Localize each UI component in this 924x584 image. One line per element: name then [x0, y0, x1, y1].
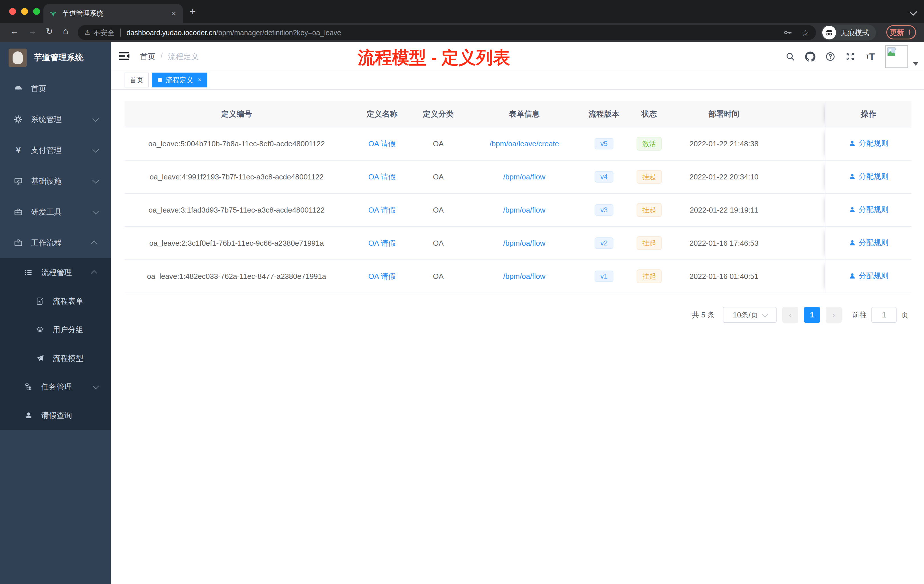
tab-close-icon[interactable]: × [171, 9, 177, 18]
pagination: 共 5 条 10条/页 ‹ 1 › 前往 1 页 [125, 307, 909, 323]
assign-rule-button[interactable]: 分配规则 [848, 172, 889, 181]
col-header-category: 定义分类 [416, 101, 461, 127]
goto-page-input[interactable]: 1 [871, 307, 897, 323]
assign-rule-button[interactable]: 分配规则 [848, 138, 889, 148]
browser-menu-dots-icon[interactable]: ⋮ [906, 28, 912, 36]
sidebar-item-label: 流程表单 [53, 296, 83, 306]
tag-home[interactable]: 首页 [125, 73, 148, 87]
sidebar-item-payment[interactable]: ¥ 支付管理 [0, 135, 111, 166]
font-size-icon[interactable]: TT [865, 51, 875, 62]
sidebar: 芋道管理系统 首页 系统管理 ¥ 支付管理 基础设施 [0, 42, 111, 584]
sidebar-item-leave-query[interactable]: 请假查询 [0, 401, 111, 430]
new-tab-button[interactable]: + [190, 7, 196, 16]
table-header-row: 定义编号 定义名称 定义分类 表单信息 流程版本 状态 部署时间 操作 [125, 101, 911, 127]
form-link[interactable]: /bpm/oa/flow [503, 239, 545, 247]
key-icon[interactable] [783, 28, 792, 37]
tag-close-icon[interactable]: × [198, 76, 201, 84]
window-minimize-button[interactable] [21, 8, 28, 15]
assign-rule-label: 分配规则 [859, 205, 889, 214]
definition-name-link[interactable]: OA 请假 [368, 239, 396, 247]
avatar[interactable] [885, 45, 908, 68]
cell-definition-id: oa_leave:3:1fad3d93-7b75-11ec-a3c8-acde4… [125, 193, 348, 226]
form-link[interactable]: /bpm/oa/flow [503, 173, 545, 181]
user-icon [848, 140, 856, 147]
browser-update-button[interactable]: 更新 ⋮ [886, 25, 916, 40]
chevron-down-icon [92, 115, 99, 122]
search-icon[interactable] [785, 51, 795, 62]
sidebar-item-home[interactable]: 首页 [0, 73, 111, 104]
warning-icon: ⚠ [84, 29, 90, 36]
version-tag: v1 [594, 271, 613, 282]
goto-label: 前往 [852, 310, 867, 320]
definition-name-link[interactable]: OA 请假 [368, 139, 396, 148]
assign-rule-button[interactable]: 分配规则 [848, 238, 889, 248]
sidebar-item-user-group[interactable]: 用户分组 [0, 315, 111, 344]
address-bar[interactable]: ⚠ 不安全 dashboard.yudao.iocoder.cn/bpm/man… [78, 25, 816, 40]
sidebar-item-dev-tools[interactable]: 研发工具 [0, 196, 111, 228]
status-tag: 挂起 [637, 236, 662, 250]
status-tag: 激活 [637, 137, 662, 150]
back-icon[interactable]: ← [10, 26, 19, 36]
status-tag: 挂起 [637, 203, 662, 217]
form-link[interactable]: /bpm/oa/flow [503, 206, 545, 214]
page-size-value: 10条/页 [733, 310, 758, 320]
github-icon[interactable] [805, 51, 815, 62]
avatar-dropdown-caret-icon[interactable] [913, 62, 918, 66]
definition-name-link[interactable]: OA 请假 [368, 173, 396, 181]
assign-rule-button[interactable]: 分配规则 [848, 271, 889, 281]
workflow-submenu: 流程管理 流程表单 用户分组 流程模型 [0, 258, 111, 430]
paper-plane-icon [35, 354, 45, 363]
prev-page-button[interactable]: ‹ [782, 307, 798, 323]
version-tag: v2 [594, 238, 613, 249]
sidebar-item-workflow[interactable]: 工作流程 [0, 228, 111, 258]
cell-filler [770, 160, 825, 193]
col-header-action: 操作 [825, 101, 911, 127]
table-row: oa_leave:2:3c1f0ef1-76b1-11ec-9c66-a2380… [125, 226, 911, 260]
app-navbar: 首页 / 流程定义 流程模型 - 定义列表 TT [111, 42, 924, 71]
breadcrumb-home[interactable]: 首页 [140, 51, 155, 62]
cell-filler [770, 127, 825, 160]
help-icon[interactable] [825, 51, 835, 62]
cell-filler [770, 193, 825, 226]
chevron-up-icon [91, 270, 97, 277]
security-warning[interactable]: ⚠ 不安全 [84, 28, 115, 38]
next-page-button[interactable]: › [826, 307, 842, 323]
assign-rule-button[interactable]: 分配规则 [848, 205, 889, 214]
assign-rule-label: 分配规则 [859, 138, 889, 148]
sidebar-item-label: 首页 [31, 83, 46, 94]
user-icon [24, 411, 33, 420]
sidebar-item-process-management[interactable]: 流程管理 [0, 258, 111, 287]
forward-icon[interactable]: → [28, 26, 36, 36]
sidebar-item-process-model[interactable]: 流程模型 [0, 344, 111, 373]
sidebar-item-process-form[interactable]: 流程表单 [0, 287, 111, 315]
home-icon[interactable]: ⌂ [63, 26, 68, 36]
assign-rule-label: 分配规则 [859, 172, 889, 181]
bookmark-star-icon[interactable]: ☆ [802, 28, 809, 38]
tag-process-definition[interactable]: 流程定义 × [152, 73, 207, 87]
cell-category: OA [416, 160, 461, 193]
reload-icon[interactable]: ↻ [46, 26, 53, 36]
breadcrumb-separator: / [160, 51, 163, 62]
page-size-select[interactable]: 10条/页 [723, 307, 777, 323]
sidebar-item-system[interactable]: 系统管理 [0, 104, 111, 135]
form-link[interactable]: /bpm/oa/leave/create [490, 139, 559, 148]
incognito-badge: 无痕模式 [821, 25, 876, 41]
cell-deploy-time: 2022-01-22 19:19:11 [678, 193, 770, 226]
chevron-up-icon [91, 241, 97, 247]
sidebar-item-infrastructure[interactable]: 基础设施 [0, 166, 111, 196]
definition-name-link[interactable]: OA 请假 [368, 272, 396, 280]
logo-avatar [8, 49, 27, 67]
window-maximize-button[interactable] [33, 8, 40, 15]
current-page-button[interactable]: 1 [804, 307, 820, 323]
table-row: oa_leave:3:1fad3d93-7b75-11ec-a3c8-acde4… [125, 193, 911, 226]
window-close-button[interactable] [9, 8, 16, 15]
form-link[interactable]: /bpm/oa/flow [503, 272, 545, 280]
browser-toolbar: ← → ↻ ⌂ ⚠ 不安全 dashboard.yudao.iocoder.cn… [0, 23, 924, 42]
sidebar-collapse-icon[interactable] [119, 51, 130, 63]
tab-search-chevron-icon[interactable] [909, 8, 917, 16]
dashboard-icon [14, 84, 23, 93]
definition-name-link[interactable]: OA 请假 [368, 206, 396, 214]
fullscreen-icon[interactable] [845, 51, 855, 62]
browser-tab[interactable]: 芋道管理系统 × [43, 4, 183, 23]
sidebar-item-task-management[interactable]: 任务管理 [0, 373, 111, 401]
